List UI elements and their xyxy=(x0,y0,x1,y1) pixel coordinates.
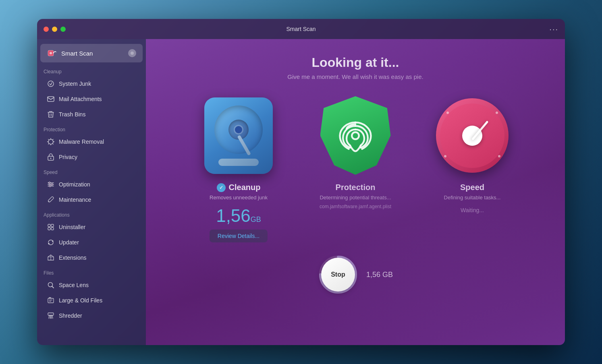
sidebar-item-privacy[interactable]: Privacy xyxy=(40,150,143,164)
protection-icon-wrapper xyxy=(319,96,392,175)
privacy-label: Privacy xyxy=(59,154,77,160)
total-size-label: 1,56 GB xyxy=(366,271,393,279)
large-files-icon xyxy=(47,296,55,304)
svg-point-5 xyxy=(48,139,53,144)
svg-rect-21 xyxy=(48,298,54,303)
sidebar-item-extensions[interactable]: Extensions xyxy=(40,250,143,265)
sidebar-item-smart-scan[interactable]: Smart Scan xyxy=(40,44,143,62)
shredder-label: Shredder xyxy=(59,312,82,319)
speed-inner xyxy=(440,103,504,168)
sidebar-item-shredder[interactable]: Shredder xyxy=(40,308,143,323)
speed-title: Speed xyxy=(460,183,484,192)
close-button[interactable] xyxy=(44,27,49,32)
extensions-icon xyxy=(47,254,55,262)
shield-shape xyxy=(320,96,391,175)
updater-label: Updater xyxy=(59,239,79,246)
updater-icon xyxy=(47,238,55,246)
space-lens-icon xyxy=(47,281,55,289)
sidebar-item-maintenance[interactable]: Maintenance xyxy=(40,192,143,207)
sidebar-item-malware-removal[interactable]: Malware Removal xyxy=(40,134,143,149)
section-label-files: Files xyxy=(37,265,146,277)
protection-title: Protection xyxy=(336,183,376,192)
sidebar-item-large-old-files[interactable]: Large & Old Files xyxy=(40,293,143,308)
cleanup-size: 1,56GB xyxy=(216,207,261,225)
fingerprint-svg xyxy=(333,114,378,158)
svg-point-1 xyxy=(50,52,52,54)
protection-card: Protection Determining potential threats… xyxy=(303,96,408,211)
svg-rect-24 xyxy=(48,313,54,315)
uninstaller-label: Uninstaller xyxy=(59,224,85,230)
traffic-lights xyxy=(44,27,66,32)
trash-bins-label: Trash Bins xyxy=(59,111,85,118)
smart-scan-icon xyxy=(47,48,57,58)
sidebar-item-updater[interactable]: Updater xyxy=(40,235,143,250)
cleanup-disk-icon xyxy=(204,97,273,174)
space-lens-label: Space Lens xyxy=(59,282,89,288)
window-body: Smart Scan Cleanup System Junk xyxy=(37,39,565,345)
svg-rect-16 xyxy=(51,224,54,227)
optimization-icon xyxy=(47,180,55,188)
malware-removal-label: Malware Removal xyxy=(59,139,104,145)
smart-scan-badge xyxy=(128,49,136,57)
mail-icon xyxy=(47,95,55,103)
svg-point-7 xyxy=(50,158,52,159)
main-window: Smart Scan ··· Smart Scan xyxy=(37,19,565,345)
sidebar: Smart Scan Cleanup System Junk xyxy=(37,39,146,345)
stop-button-wrapper: Stop xyxy=(318,254,358,295)
speed-card: Speed Defining suitable tasks... Waiting… xyxy=(420,96,525,213)
svg-point-13 xyxy=(49,185,51,187)
section-label-applications: Applications xyxy=(37,207,146,219)
mail-attachments-label: Mail Attachments xyxy=(59,96,102,102)
malware-icon xyxy=(47,138,55,146)
section-label-cleanup: Cleanup xyxy=(37,64,146,76)
cards-row: ✓ Cleanup Removes unneeded junk 1,56GB R… xyxy=(174,96,537,242)
sidebar-item-mail-attachments[interactable]: Mail Attachments xyxy=(40,92,143,106)
bottom-bar: Stop 1,56 GB xyxy=(318,254,393,295)
svg-point-3 xyxy=(48,81,54,87)
trash-icon xyxy=(47,110,55,118)
cleanup-title: ✓ Cleanup xyxy=(217,183,261,192)
svg-point-11 xyxy=(49,182,50,184)
main-content: Looking at it... Give me a moment. We al… xyxy=(146,39,565,345)
protection-subtitle: Determining potential threats... xyxy=(320,194,391,201)
svg-point-12 xyxy=(51,184,53,185)
review-details-button[interactable]: Review Details... xyxy=(210,230,268,242)
speed-center-dot xyxy=(462,126,482,146)
disk-base xyxy=(218,159,259,166)
maximize-button[interactable] xyxy=(60,27,66,32)
optimization-label: Optimization xyxy=(59,181,90,188)
large-old-files-label: Large & Old Files xyxy=(59,297,102,304)
svg-line-20 xyxy=(52,286,54,288)
svg-rect-18 xyxy=(51,228,54,230)
svg-rect-17 xyxy=(48,228,50,230)
svg-point-25 xyxy=(352,132,359,139)
cleanup-subtitle: Removes unneeded junk xyxy=(210,194,268,201)
svg-point-2 xyxy=(131,52,134,55)
system-junk-label: System Junk xyxy=(59,81,91,87)
minimize-button[interactable] xyxy=(52,27,57,32)
system-junk-icon xyxy=(47,80,55,88)
sidebar-item-trash-bins[interactable]: Trash Bins xyxy=(40,107,143,122)
cleanup-card: ✓ Cleanup Removes unneeded junk 1,56GB R… xyxy=(186,96,291,242)
stop-button[interactable]: Stop xyxy=(321,258,355,292)
main-heading: Looking at it... xyxy=(312,55,399,70)
sidebar-item-optimization[interactable]: Optimization xyxy=(40,177,143,192)
maintenance-label: Maintenance xyxy=(59,196,91,203)
more-button[interactable]: ··· xyxy=(549,25,558,34)
speed-gauge-icon xyxy=(436,98,509,173)
sidebar-item-system-junk[interactable]: System Junk xyxy=(40,77,143,91)
protection-detail: com.jamfsoftware.jamf.agent.plist xyxy=(320,204,391,209)
section-label-speed: Speed xyxy=(37,165,146,177)
shredder-icon xyxy=(47,312,55,320)
privacy-icon xyxy=(47,153,55,161)
window-title: Smart Scan xyxy=(286,26,316,32)
speed-waiting: Waiting... xyxy=(461,207,484,213)
sidebar-smart-scan-label: Smart Scan xyxy=(61,50,93,57)
uninstaller-icon xyxy=(47,223,55,231)
sidebar-item-space-lens[interactable]: Space Lens xyxy=(40,278,143,292)
section-label-protection: Protection xyxy=(37,122,146,134)
sidebar-item-uninstaller[interactable]: Uninstaller xyxy=(40,220,143,234)
svg-rect-4 xyxy=(48,97,54,101)
cleanup-check-icon: ✓ xyxy=(217,183,226,192)
protection-shield-icon xyxy=(319,95,392,176)
